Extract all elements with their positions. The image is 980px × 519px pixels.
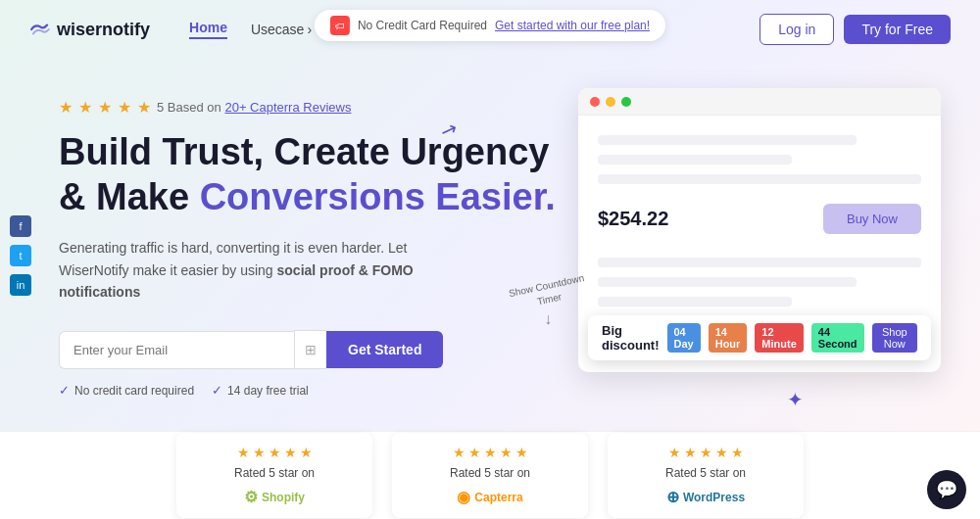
- second-badge: 44 Second: [811, 323, 864, 353]
- nav-home[interactable]: Home: [189, 20, 227, 39]
- hero-content: ★ ★ ★ ★ ★ 5 Based on 20+ Capterra Review…: [59, 78, 568, 398]
- star-4: ★: [118, 98, 131, 117]
- star-1: ★: [59, 98, 73, 117]
- card-stars-2: ★ ★ ★ ★ ★: [408, 445, 572, 460]
- banner-link[interactable]: Get started with our free plan!: [495, 19, 650, 32]
- content-lines-after: [598, 258, 921, 307]
- capterra-logo: ◉ Capterra: [408, 488, 572, 506]
- check-icon-1: ✓: [59, 383, 70, 398]
- content-line-6: [598, 297, 792, 307]
- card-text-3: Rated 5 star on: [623, 466, 788, 480]
- top-banner: 🏷 No Credit Card Required Get started wi…: [315, 10, 665, 41]
- email-row: ⊞ Get Started: [59, 330, 568, 369]
- title-highlight: Conversions Easier.: [200, 176, 556, 217]
- buy-now-button[interactable]: Buy Now: [823, 204, 921, 234]
- dot-red: [590, 97, 600, 107]
- card-text-1: Rated 5 star on: [192, 466, 357, 480]
- nav-actions: Log in Try for Free: [760, 14, 951, 45]
- curved-arrow: ↓: [510, 310, 586, 328]
- check-free-trial: ✓ 14 day free trial: [212, 383, 309, 398]
- title-line1: Build Trust, Create Urgency: [59, 130, 568, 175]
- checks-row: ✓ No credit card required ✓ 14 day free …: [59, 383, 568, 398]
- browser-bar: [578, 88, 941, 116]
- content-line-5: [598, 277, 857, 287]
- star-3: ★: [98, 98, 112, 117]
- shopify-logo: ⚙ Shopify: [192, 488, 357, 506]
- card-stars-1: ★ ★ ★ ★ ★: [192, 445, 357, 460]
- content-line-2: [598, 155, 792, 165]
- show-countdown-label: Show Countdown Timer ↓: [510, 279, 586, 328]
- try-free-button[interactable]: Try for Free: [844, 15, 951, 44]
- check-no-credit: ✓ No credit card required: [59, 383, 194, 398]
- hour-badge: 14 Hour: [709, 323, 748, 353]
- card-text-2: Rated 5 star on: [408, 466, 572, 480]
- card-stars-3: ★ ★ ★ ★ ★: [623, 445, 788, 460]
- title-line2: & Make Conversions Easier.: [59, 175, 568, 220]
- hero-title: Build Trust, Create Urgency & Make Conve…: [59, 130, 568, 219]
- chevron-down-icon: ›: [307, 22, 312, 37]
- banner-text: No Credit Card Required: [358, 19, 487, 32]
- get-started-button[interactable]: Get Started: [326, 331, 443, 368]
- content-line-4: [598, 258, 921, 267]
- stars-row: ★ ★ ★ ★ ★ 5 Based on 20+ Capterra Review…: [59, 98, 568, 117]
- review-card-shopify: ★ ★ ★ ★ ★ Rated 5 star on ⚙ Shopify: [176, 433, 372, 518]
- shopify-icon: ⚙: [244, 488, 258, 506]
- logo-text: wisernotify: [57, 20, 150, 40]
- wordpress-icon: ⊕: [666, 488, 679, 506]
- browser-mockup: $254.22 Buy Now Big discount! 04 Day 14 …: [578, 88, 941, 372]
- chat-widget[interactable]: 💬: [927, 470, 966, 509]
- star-5: ★: [137, 98, 151, 117]
- facebook-icon[interactable]: f: [10, 215, 31, 237]
- countdown-popup: Big discount! 04 Day 14 Hour 12 Minute 4…: [588, 315, 931, 360]
- social-sidebar: f t in: [10, 215, 31, 296]
- content-line-3: [598, 174, 921, 184]
- capterra-reviews-link[interactable]: 20+ Capterra Reviews: [224, 100, 351, 115]
- check-icon-2: ✓: [212, 383, 222, 398]
- grid-icon: ⊞: [294, 330, 326, 369]
- dot-green: [621, 97, 631, 107]
- star-decoration: ✦: [787, 388, 804, 411]
- content-line-1: [598, 135, 857, 145]
- hero-subtitle: Generating traffic is hard, converting i…: [59, 237, 470, 303]
- price-value: $254.22: [598, 208, 668, 230]
- login-button[interactable]: Log in: [760, 14, 834, 45]
- review-card-wordpress: ★ ★ ★ ★ ★ Rated 5 star on ⊕ WordPress: [608, 433, 804, 518]
- price-section: $254.22 Buy Now: [598, 204, 921, 244]
- minute-badge: 12 Minute: [755, 323, 803, 353]
- day-badge: 04 Day: [667, 323, 701, 353]
- chat-icon: 💬: [936, 479, 957, 500]
- capterra-icon: ◉: [457, 488, 470, 506]
- star-2: ★: [78, 98, 92, 117]
- countdown-label: Big discount!: [602, 323, 660, 353]
- nav-usecase[interactable]: Usecase ›: [251, 22, 312, 37]
- browser-content: $254.22 Buy Now: [578, 116, 941, 336]
- review-section: ★ ★ ★ ★ ★ Rated 5 star on ⚙ Shopify ★ ★ …: [0, 431, 980, 519]
- twitter-icon[interactable]: t: [10, 245, 31, 266]
- review-card-capterra: ★ ★ ★ ★ ★ Rated 5 star on ◉ Capterra: [392, 433, 588, 518]
- dot-yellow: [606, 97, 615, 107]
- shop-now-button[interactable]: Shop Now: [872, 323, 917, 353]
- linkedin-icon[interactable]: in: [10, 274, 31, 296]
- stars-text: 5 Based on 20+ Capterra Reviews: [157, 100, 351, 115]
- wordpress-logo: ⊕ WordPress: [623, 488, 788, 506]
- logo-icon: [29, 22, 51, 37]
- banner-icon: 🏷: [330, 16, 350, 35]
- email-input[interactable]: [59, 331, 294, 369]
- logo[interactable]: wisernotify: [29, 20, 150, 40]
